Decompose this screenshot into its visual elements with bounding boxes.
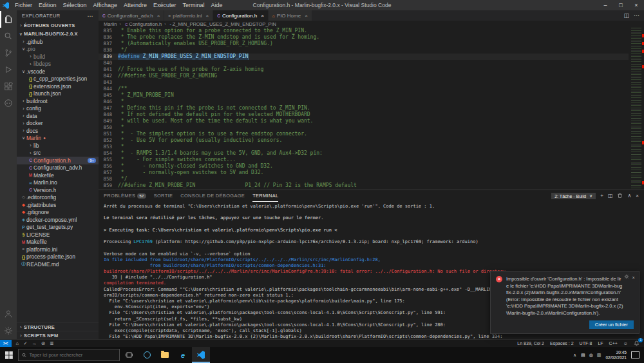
tree-item[interactable]: M Makefile <box>17 172 99 179</box>
panel-tab[interactable]: PROBLÈMES 57 <box>104 190 146 202</box>
pio-toolbar-icon[interactable]: ✓ <box>23 341 27 346</box>
search-input[interactable] <box>29 352 116 358</box>
status-item[interactable]: UTF-8 <box>580 341 592 346</box>
tree-item[interactable]: ◈ docker-compose.yml <box>17 216 99 224</box>
cortana-button[interactable] <box>138 347 156 363</box>
menu-item[interactable]: Aide <box>208 2 226 8</box>
activity-bar-item-extensions[interactable] <box>0 78 17 95</box>
breadcrumb-item[interactable]: ▫ Z_MIN_PROBE_USES_Z_MIN_ENDSTOP_PIN <box>162 21 276 27</box>
close-icon[interactable]: × <box>305 13 308 19</box>
tree-item[interactable]: M Makefile <box>17 239 99 246</box>
panel-tab[interactable]: SORTIE <box>154 190 173 202</box>
minimap[interactable] <box>631 28 641 190</box>
section-root-folder[interactable]: ∨ MARLIN-BUGFIX-2.0.X <box>17 30 99 38</box>
menu-item[interactable]: Exécuter <box>150 2 180 8</box>
tree-item[interactable]: P get_test_targets.py <box>17 224 99 231</box>
sidebar-section[interactable]: › SCRIPTS NPM <box>17 331 99 339</box>
split-editor-icon[interactable]: ◫ <box>623 12 629 19</box>
breadcrumb-item[interactable]: Marlin <box>104 21 117 27</box>
notification-center-button[interactable] <box>631 351 639 358</box>
minimize-button[interactable]: – <box>598 0 613 10</box>
menu-item[interactable]: Atteindre <box>120 2 150 8</box>
tree-item[interactable]: {} launch.json <box>17 90 99 98</box>
tree-item[interactable]: ◇ .editorconfig <box>17 194 99 202</box>
code-editor[interactable]: 835 * Enable this option for a probe con… <box>99 28 644 190</box>
notifications-bell[interactable]: 1 <box>634 340 639 346</box>
status-item[interactable]: Ln 839, Col 2 <box>517 341 544 346</box>
tree-item[interactable]: › .github <box>17 38 99 46</box>
panel-tab[interactable]: TERMINAL <box>252 190 278 202</box>
create-file-button[interactable]: Créer un fichier <box>589 320 634 329</box>
split-terminal-icon[interactable]: ◫ <box>608 193 613 199</box>
tree-item[interactable]: ◆ .gitattributes <box>17 201 99 209</box>
tree-item[interactable]: § LICENSE <box>17 231 99 239</box>
close-icon[interactable]: × <box>261 13 264 19</box>
tree-item[interactable]: {} c_cpp_properties.json <box>17 75 99 83</box>
panel-tab[interactable]: CONSOLE DE DÉBOGAGE <box>180 190 245 202</box>
tray-icon[interactable]: ▤ <box>581 353 585 357</box>
sidebar-section[interactable]: › STRUCTURE <box>17 322 99 331</box>
tree-item[interactable]: › src <box>17 150 99 157</box>
tree-item[interactable]: › data <box>17 112 99 120</box>
activity-bar-item-source-control[interactable] <box>0 44 17 61</box>
close-icon[interactable]: × <box>157 13 160 19</box>
kill-terminal-icon[interactable] <box>617 193 623 200</box>
tree-item[interactable]: ∨ .vscode <box>17 68 99 75</box>
tray-chevron-icon[interactable]: ∧ <box>573 353 576 357</box>
menu-item[interactable]: Terminal <box>180 2 208 8</box>
tree-item[interactable]: › libdeps <box>17 61 99 68</box>
start-button[interactable] <box>0 347 18 363</box>
menu-item[interactable]: Affichage <box>90 2 120 8</box>
tree-item[interactable]: › docs <box>17 127 99 135</box>
tree-item[interactable]: › build <box>17 53 99 61</box>
editor-tab[interactable]: ⌂ PIO Home × <box>269 10 312 21</box>
status-item[interactable]: C++ <box>609 341 618 346</box>
pio-toolbar-icon[interactable]: ≣ <box>50 341 53 346</box>
new-terminal-icon[interactable]: + <box>600 193 603 199</box>
edge-button[interactable]: e <box>174 347 192 363</box>
pio-toolbar-icon[interactable]: ⊘ <box>41 341 45 346</box>
file-explorer-button[interactable] <box>156 347 174 363</box>
activity-bar-item-platformio[interactable] <box>0 95 17 112</box>
tree-item[interactable]: {} extensions.json <box>17 83 99 90</box>
task-view-button[interactable] <box>120 347 138 363</box>
more-actions-icon[interactable]: ⋯ <box>88 13 93 19</box>
more-actions-icon[interactable]: ⋯ <box>634 12 639 19</box>
tray-icon[interactable]: ▥ <box>597 353 601 357</box>
tree-item[interactable]: ⓘ README.md <box>17 260 99 268</box>
maximize-panel-icon[interactable]: ∧ <box>627 193 631 199</box>
close-button[interactable]: × <box>629 0 644 10</box>
pio-toolbar-icon[interactable]: → <box>32 341 37 346</box>
tree-item[interactable]: › buildroot <box>17 97 99 105</box>
activity-bar-item-explorer[interactable] <box>0 11 17 28</box>
tree-item[interactable]: ≡ platformio.ini <box>17 246 99 253</box>
close-panel-icon[interactable]: × <box>636 193 639 199</box>
taskbar-search[interactable] <box>18 349 120 361</box>
remote-indicator[interactable]: >< <box>0 340 12 347</box>
editor-tab[interactable]: C Configuration_adv.h × <box>99 10 164 21</box>
activity-bar-item-account[interactable] <box>0 306 17 322</box>
breadcrumb-item[interactable]: C Configuration.h <box>117 21 162 27</box>
notification-gear-icon[interactable] <box>624 274 629 280</box>
activity-bar-item-settings[interactable] <box>0 322 17 339</box>
tray-clock[interactable]: 20:45 02/02/2021 <box>605 350 627 360</box>
vscode-taskbar-button[interactable] <box>192 347 210 363</box>
activity-bar-item-search[interactable] <box>0 28 17 44</box>
menu-item[interactable]: Edition <box>35 2 60 8</box>
tree-item[interactable]: C Configuration.h 9+ <box>17 157 99 164</box>
pio-toolbar-icon[interactable]: ⌂ <box>16 341 19 346</box>
maximize-button[interactable]: □ <box>613 0 629 10</box>
activity-bar-item-run-debug[interactable] <box>0 61 17 78</box>
menu-item[interactable]: Sélection <box>60 2 90 8</box>
menu-item[interactable]: Fichier <box>12 2 35 8</box>
tree-item[interactable]: C Version.h <box>17 186 99 194</box>
editor-tab[interactable]: C Configuration.h × <box>213 10 269 21</box>
status-item[interactable]: LF <box>598 341 603 346</box>
tree-item[interactable]: C Configuration_adv.h <box>17 164 99 172</box>
section-open-editors[interactable]: › ÉDITEURS OUVERTS <box>17 21 99 30</box>
tree-item[interactable]: ∞ Marlin.ino <box>17 179 99 187</box>
tree-item[interactable]: {} process-palette.json <box>17 253 99 261</box>
tree-item[interactable]: ◆ .gitignore <box>17 209 99 217</box>
feedback-icon[interactable]: ☺ <box>623 341 628 346</box>
tree-item[interactable]: › lib <box>17 142 99 150</box>
